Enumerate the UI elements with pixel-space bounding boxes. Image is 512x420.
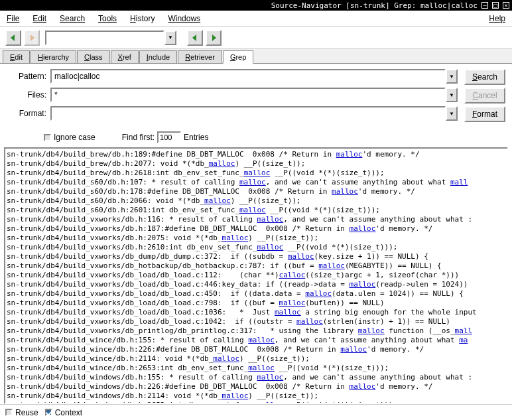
files-label: Files: xyxy=(7,90,46,100)
result-line[interactable]: sn-trunk/db4/build_vxworks/db_printlog/d… xyxy=(7,326,505,336)
filter-row: Ignore case Find first: Entries xyxy=(0,130,512,147)
window-title: Source-Navigator [sn-trunk] Grep: malloc… xyxy=(271,1,478,10)
menu-search[interactable]: Search xyxy=(60,14,85,23)
result-line[interactable]: sn-trunk/db4/build_wince/db.h:2653:int d… xyxy=(7,364,505,373)
format-button[interactable]: Format xyxy=(464,106,505,122)
next-button[interactable] xyxy=(206,30,222,46)
maximize-icon[interactable]: □ xyxy=(492,2,499,9)
menu-file[interactable]: File xyxy=(7,14,19,23)
context-checkbox[interactable]: Context xyxy=(45,408,82,417)
cancel-button[interactable]: Cancel xyxy=(464,88,505,104)
files-input[interactable] xyxy=(50,88,446,102)
pattern-label: Pattern: xyxy=(7,72,46,81)
pattern-input[interactable] xyxy=(50,69,446,84)
result-line[interactable]: sn-trunk/db4/build_windows/db.h:2114: vo… xyxy=(7,391,505,401)
entries-label: Entries xyxy=(184,133,208,142)
menu-tools[interactable]: Tools xyxy=(98,14,117,23)
result-line[interactable]: sn-trunk/db4/build_s60/db.h:107: * resul… xyxy=(7,178,505,187)
menu-help[interactable]: Help xyxy=(489,14,505,23)
tab-include[interactable]: Include xyxy=(139,50,177,63)
menu-bar: File Edit Search Tools History Windows H… xyxy=(0,11,512,27)
find-first-label: Find first: xyxy=(122,133,155,142)
result-line[interactable]: sn-trunk/db4/build_s60/db.h:178:#define … xyxy=(7,187,505,196)
tab-edit[interactable]: Edit xyxy=(3,50,30,63)
dropdown-icon[interactable]: ▼ xyxy=(164,31,176,45)
result-line[interactable]: sn-trunk/db4/build_windows/db.h:226:#def… xyxy=(7,382,505,391)
result-line[interactable]: sn-trunk/db4/build_vxworks/db_load/db_lo… xyxy=(7,299,505,308)
toolbar: ▼ xyxy=(0,27,512,49)
tab-bar: Edit Hierarchy Class Xref Include Retrie… xyxy=(0,49,512,64)
prev-button[interactable] xyxy=(187,30,203,46)
format-label: Format: xyxy=(7,109,46,118)
result-line[interactable]: sn-trunk/db4/build_s60/db.h:2066: void *… xyxy=(7,196,505,206)
tab-xref[interactable]: Xref xyxy=(111,50,139,63)
find-first-input[interactable] xyxy=(157,131,181,143)
format-input[interactable] xyxy=(50,106,446,121)
tab-retriever[interactable]: Retriever xyxy=(178,50,222,63)
result-line[interactable]: sn-trunk/db4/build_wince/db.h:226:#defin… xyxy=(7,345,505,354)
tab-class[interactable]: Class xyxy=(77,50,110,63)
result-line[interactable]: sn-trunk/db4/build_brew/db.h:2618:int db… xyxy=(7,169,505,178)
forward-button[interactable] xyxy=(24,30,40,46)
ignore-case-checkbox[interactable]: Ignore case xyxy=(44,133,96,142)
result-line[interactable]: sn-trunk/db4/build_vxworks/db_load/db_lo… xyxy=(7,271,505,280)
result-line[interactable]: sn-trunk/db4/build_vxworks/db_hotbackup/… xyxy=(7,261,505,271)
window-titlebar: Source-Navigator [sn-trunk] Grep: malloc… xyxy=(0,0,512,11)
result-line[interactable]: sn-trunk/db4/build_wince/db.h:2114: void… xyxy=(7,354,505,364)
search-button[interactable]: Search xyxy=(464,69,505,85)
dropdown-icon[interactable]: ▼ xyxy=(446,69,458,84)
result-line[interactable]: sn-trunk/db4/build_vxworks/db.h:2075: vo… xyxy=(7,234,505,243)
history-combo[interactable]: ▼ xyxy=(45,31,176,45)
result-line[interactable]: sn-trunk/db4/build_brew/db.h:189:#define… xyxy=(7,150,505,159)
result-line[interactable]: sn-trunk/db4/build_vxworks/db.h:187:#def… xyxy=(7,224,505,234)
menu-history[interactable]: History xyxy=(130,14,155,23)
result-line[interactable]: sn-trunk/db4/build_vxworks/db_load/db_lo… xyxy=(7,308,505,317)
result-line[interactable]: sn-trunk/db4/build_wince/db.h:155: * res… xyxy=(7,336,505,345)
result-line[interactable]: sn-trunk/db4/build_vxworks/db_load/db_lo… xyxy=(7,280,505,289)
back-button[interactable] xyxy=(5,30,21,46)
result-line[interactable]: sn-trunk/db4/build_windows/db.h:155: * r… xyxy=(7,373,505,382)
status-bar: Reuse Context xyxy=(0,404,512,420)
dropdown-icon[interactable]: ▼ xyxy=(446,106,458,121)
reuse-checkbox[interactable]: Reuse xyxy=(5,408,38,417)
result-line[interactable]: sn-trunk/db4/build_vxworks/db_load/db_lo… xyxy=(7,317,505,326)
menu-edit[interactable]: Edit xyxy=(32,14,46,23)
grep-form: Pattern: ▼ Files: ▼ Format: ▼ Search Can… xyxy=(0,64,512,130)
result-line[interactable]: sn-trunk/db4/build_vxworks/db.h:116: * r… xyxy=(7,215,505,224)
menu-windows[interactable]: Windows xyxy=(168,14,200,23)
tab-grep[interactable]: Grep xyxy=(223,50,253,64)
result-line[interactable]: sn-trunk/db4/build_vxworks/db_load/db_lo… xyxy=(7,289,505,299)
tab-hierarchy[interactable]: Hierarchy xyxy=(31,50,76,63)
minimize-icon[interactable]: – xyxy=(481,2,488,9)
results-pane[interactable]: sn-trunk/db4/build_brew/db.h:189:#define… xyxy=(4,147,508,404)
result-line[interactable]: sn-trunk/db4/build_brew/db.h:2077: void … xyxy=(7,159,505,169)
result-line[interactable]: sn-trunk/db4/build_vxworks/db_dump/db_du… xyxy=(7,252,505,261)
result-line[interactable]: sn-trunk/db4/build_s60/db.h:2601:int db_… xyxy=(7,206,505,215)
close-icon[interactable]: × xyxy=(503,2,509,9)
history-input[interactable] xyxy=(45,31,164,45)
result-line[interactable]: sn-trunk/db4/build_vxworks/db.h:2610:int… xyxy=(7,243,505,252)
dropdown-icon[interactable]: ▼ xyxy=(446,88,458,102)
